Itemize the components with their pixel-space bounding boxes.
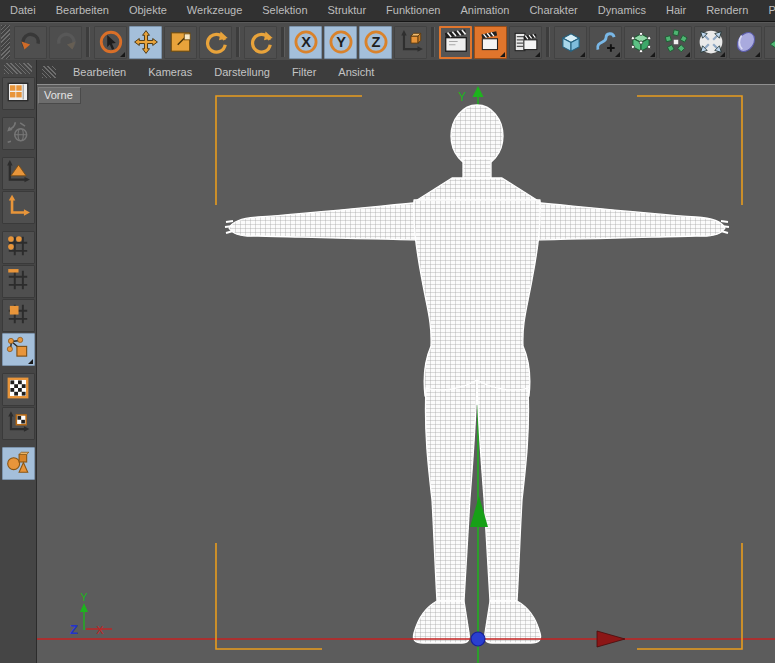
menu-bearbeiten[interactable]: Bearbeiten (46, 0, 119, 21)
edges-mode-button[interactable] (2, 265, 35, 298)
sb-polygons-icon (5, 301, 31, 331)
sidebar-drag-handle[interactable] (4, 63, 32, 74)
coordinate-system-button[interactable] (394, 26, 427, 59)
object-mode-button[interactable] (2, 333, 35, 366)
menu-rendern[interactable]: Rendern (696, 0, 758, 21)
toolbar-separator (281, 27, 285, 57)
move-icon (133, 29, 159, 55)
wireframe-human-model[interactable] (225, 105, 729, 643)
toolbar-drag-handle[interactable] (1, 25, 10, 59)
lock-z-axis-button[interactable]: Z (359, 26, 392, 59)
dropdown-corner-icon (535, 52, 540, 57)
undo-icon (18, 29, 44, 55)
add-generator-button[interactable] (624, 26, 657, 59)
model-right-arm (530, 202, 725, 240)
gizmo-x-arrow[interactable] (597, 631, 625, 647)
menu-werkzeuge[interactable]: Werkzeuge (177, 0, 252, 21)
model-left-leg (425, 380, 477, 601)
redo-button[interactable] (49, 26, 82, 59)
viewport-canvas[interactable]: Y Y X Z (37, 85, 775, 663)
menu-selektion[interactable]: Selektion (252, 0, 317, 21)
menu-charakter[interactable]: Charakter (519, 0, 587, 21)
recent-tool-rotate-button[interactable] (244, 26, 277, 59)
vp-menu-darstellung[interactable]: Darstellung (203, 60, 281, 84)
viewport-menu-bar: BearbeitenKamerasDarstellungFilterAnsich… (37, 60, 775, 85)
model-shoulders (414, 178, 540, 202)
dropdown-corner-icon (650, 52, 655, 57)
toolbar-separator (546, 27, 550, 57)
vp-menu-ansicht[interactable]: Ansicht (327, 60, 385, 84)
bracket-top-right (637, 96, 742, 205)
menu-datei[interactable]: Datei (0, 0, 46, 21)
menu-dynamics[interactable]: Dynamics (588, 0, 656, 21)
sb-edges-icon (5, 267, 31, 297)
add-modeling-object-button[interactable] (659, 26, 692, 59)
toolbar-buttons: XYZ (13, 26, 775, 59)
toolbar-separator (86, 27, 90, 57)
lock-x-axis-button[interactable]: X (289, 26, 322, 59)
texture-mode-button[interactable] (2, 373, 35, 406)
render-settings-button[interactable] (509, 26, 542, 59)
viewport-menu-drag-handle[interactable] (42, 66, 56, 78)
add-deformer-button[interactable] (694, 26, 727, 59)
sb-points-icon (5, 233, 31, 263)
model-right-leg (477, 380, 529, 601)
move-tool-button[interactable] (129, 26, 162, 59)
sb-model-icon (5, 159, 31, 189)
add-particle-object-button[interactable] (764, 26, 775, 59)
bracket-top-left (216, 96, 362, 205)
vp-menu-kameras[interactable]: Kameras (137, 60, 203, 84)
model-left-fingers (225, 221, 233, 233)
model-right-fingers (721, 221, 729, 233)
world-y-axis-marker: Y (458, 86, 484, 104)
gizmo-z-handle[interactable] (471, 632, 485, 646)
dropdown-corner-icon (500, 52, 505, 57)
vp-menu-filter[interactable]: Filter (281, 60, 327, 84)
render-picture-viewer-button[interactable] (474, 26, 507, 59)
view-name-label[interactable]: Vorne (38, 87, 81, 104)
dropdown-corner-icon (120, 52, 125, 57)
toolbar-separator (431, 27, 435, 57)
model-mode-button[interactable] (2, 157, 35, 190)
dropdown-corner-icon (685, 52, 690, 57)
dropdown-corner-icon (580, 52, 585, 57)
menu-animation[interactable]: Animation (450, 0, 519, 21)
add-scene-object-button[interactable] (729, 26, 762, 59)
toolbar-separator (236, 27, 240, 57)
add-primitive-object-button[interactable] (554, 26, 587, 59)
sb-texture-axis-icon (5, 409, 31, 439)
make-editable-button[interactable] (2, 117, 35, 150)
animation-mode-button[interactable] (2, 447, 35, 480)
menu-funktionen[interactable]: Funktionen (376, 0, 450, 21)
menu-struktur[interactable]: Struktur (318, 0, 377, 21)
texture-axis-mode-button[interactable] (2, 407, 35, 440)
obj-particle-icon (768, 29, 775, 55)
svg-text:Y: Y (336, 34, 346, 50)
mini-gizmo-z-label: Z (70, 622, 78, 637)
polygons-mode-button[interactable] (2, 299, 35, 332)
layout-palette-button[interactable] (2, 77, 35, 110)
add-spline-button[interactable] (589, 26, 622, 59)
menu-hair[interactable]: Hair (656, 0, 696, 21)
render-view-button[interactable] (439, 26, 472, 59)
menu-objekte[interactable]: Objekte (119, 0, 177, 21)
menu-plug-ins[interactable]: Plug-ins (758, 0, 775, 21)
mini-gizmo-x-label: X (96, 624, 104, 636)
dropdown-corner-icon (615, 52, 620, 57)
axis-icon: X (293, 29, 319, 55)
lock-y-axis-button[interactable]: Y (324, 26, 357, 59)
live-selection-button[interactable] (94, 26, 127, 59)
dropdown-corner-icon (755, 52, 760, 57)
rotate-tool-button[interactable] (199, 26, 232, 59)
viewport[interactable]: BearbeitenKamerasDarstellungFilterAnsich… (37, 60, 775, 663)
vp-menu-bearbeiten[interactable]: Bearbeiten (62, 60, 137, 84)
rotate-icon (203, 29, 229, 55)
bracket-bottom-right (637, 543, 742, 649)
object-axis-mode-button[interactable] (2, 191, 35, 224)
redo-icon (53, 29, 79, 55)
rotate-icon (248, 29, 274, 55)
points-mode-button[interactable] (2, 231, 35, 264)
scale-icon (168, 29, 194, 55)
undo-button[interactable] (14, 26, 47, 59)
scale-tool-button[interactable] (164, 26, 197, 59)
